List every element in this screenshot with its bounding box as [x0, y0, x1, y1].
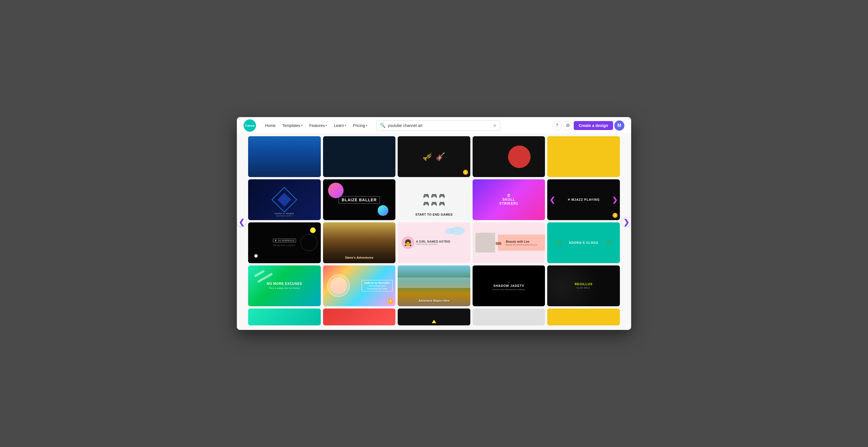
chevron-down-icon: ▾ [366, 124, 367, 127]
nav-templates[interactable]: Templates ▾ [280, 122, 305, 129]
chevron-down-icon: ▾ [326, 124, 327, 127]
browser-window: Canva Home Templates ▾ Features ▾ Learn … [237, 117, 631, 330]
template-card[interactable] [248, 136, 321, 177]
template-card[interactable]: BLAIZE BALLER [323, 179, 396, 220]
help-button[interactable]: ? [552, 121, 562, 130]
template-card[interactable]: 🌿 ADORA'S VLOGS 🌿 [547, 222, 620, 263]
template-card[interactable]: 👧 A GIRL NAMED ASTRID Video Games and An… [398, 222, 470, 263]
template-card[interactable] [323, 136, 396, 177]
nav-learn[interactable]: Learn ▾ [332, 122, 348, 129]
chevron-down-icon: ▾ [301, 124, 303, 127]
template-card[interactable]: victor's studio wyoming is worth it [248, 179, 321, 220]
scroll-right-arrow[interactable]: ❯ [622, 218, 630, 226]
template-card[interactable] [323, 309, 396, 325]
help-icon: ? [556, 123, 558, 128]
nav-pricing[interactable]: Pricing ▾ [351, 122, 370, 129]
template-card[interactable] [547, 136, 620, 177]
chevron-down-icon: ▾ [345, 124, 346, 127]
template-card[interactable]: Makeup by MarcelineNew uploads every Wed… [323, 265, 396, 306]
nav-actions: ? ⚙ Create a design M [552, 121, 624, 131]
search-icon: 🔍 [380, 123, 385, 128]
template-card[interactable]: Adventure Begins Here [398, 265, 470, 306]
template-card[interactable]: NO MORE EXCUSESThere's always time for f… [248, 265, 321, 306]
template-content: 🎺 🎸 $ [237, 134, 631, 330]
template-card[interactable] [398, 309, 470, 325]
pro-badge: $ [388, 299, 393, 304]
template-card[interactable]: ❮ ❯ ✕ MJAZZ PLAYING $ [547, 179, 620, 220]
template-card[interactable]: Beauty with Lee Beauty and self-care adv… [473, 222, 545, 263]
template-card[interactable] [547, 309, 620, 325]
pro-badge: $ [463, 170, 468, 175]
template-grid: 🎺 🎸 $ [244, 134, 624, 330]
scroll-left-arrow[interactable]: ❮ [238, 218, 246, 226]
template-card[interactable]: ⚡ ALIENRESIS Resist the Invasion [248, 222, 321, 263]
template-card[interactable] [473, 309, 545, 325]
avatar[interactable]: M [614, 121, 624, 131]
template-card[interactable]: 🎺 🎸 $ [398, 136, 470, 177]
navbar: Canva Home Templates ▾ Features ▾ Learn … [237, 117, 631, 134]
create-design-button[interactable]: Create a design [574, 121, 613, 130]
template-card[interactable]: 🎮 🎮 🎮 🎮 🎮 🎮 START TO END GAMES [398, 179, 470, 220]
template-card[interactable]: ⚔ SHADOW JADETV Action and Adventure Gam… [473, 265, 545, 306]
canva-logo[interactable]: Canva [244, 119, 256, 132]
gear-icon: ⚙ [566, 123, 570, 128]
template-card[interactable]: 💀 SKULLSTRIKER1 [473, 179, 545, 220]
settings-button[interactable]: ⚙ [563, 121, 572, 130]
search-input[interactable] [388, 123, 491, 128]
search-bar[interactable]: 🔍 ✕ [376, 120, 500, 131]
template-card[interactable]: Steve's Adventures [323, 222, 396, 263]
template-card[interactable] [248, 309, 321, 325]
clear-search-icon[interactable]: ✕ [493, 123, 497, 128]
template-card[interactable]: REGILLUSGLAD WELL [547, 265, 620, 306]
template-card[interactable] [473, 136, 545, 177]
nav-features[interactable]: Features ▾ [307, 122, 329, 129]
pro-badge: $ [613, 213, 618, 218]
nav-home[interactable]: Home [263, 122, 278, 129]
